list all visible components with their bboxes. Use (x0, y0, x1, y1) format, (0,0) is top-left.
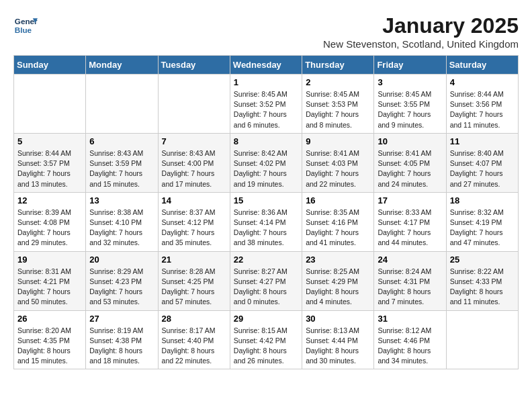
cell-info: Sunrise: 8:44 AMSunset: 3:56 PMDaylight:… (450, 89, 515, 130)
logo-icon: General Blue (13, 13, 38, 38)
day-number: 4 (450, 77, 515, 87)
cell-2-2: 6Sunrise: 8:43 AMSunset: 3:59 PMDaylight… (86, 133, 158, 192)
header-thursday: Thursday (302, 56, 374, 75)
logo: General Blue (13, 13, 38, 38)
header-friday: Friday (374, 56, 446, 75)
cell-5-4: 29Sunrise: 8:15 AMSunset: 4:42 PMDayligh… (230, 310, 302, 369)
cell-5-5: 30Sunrise: 8:13 AMSunset: 4:44 PMDayligh… (302, 310, 374, 369)
cell-info: Sunrise: 8:20 AMSunset: 4:35 PMDaylight:… (17, 326, 82, 367)
cell-info: Sunrise: 8:45 AMSunset: 3:55 PMDaylight:… (378, 89, 442, 130)
cell-4-6: 24Sunrise: 8:24 AMSunset: 4:31 PMDayligh… (374, 251, 446, 310)
cell-info: Sunrise: 8:39 AMSunset: 4:08 PMDaylight:… (17, 208, 82, 248)
week-row-1: 1Sunrise: 8:45 AMSunset: 3:52 PMDaylight… (14, 75, 519, 134)
day-number: 26 (17, 314, 82, 324)
day-number: 3 (378, 77, 442, 87)
cell-info: Sunrise: 8:31 AMSunset: 4:21 PMDaylight:… (17, 267, 82, 308)
cell-info: Sunrise: 8:43 AMSunset: 3:59 PMDaylight:… (89, 148, 154, 189)
cell-info: Sunrise: 8:44 AMSunset: 3:57 PMDaylight:… (17, 148, 82, 189)
cell-4-2: 20Sunrise: 8:29 AMSunset: 4:23 PMDayligh… (86, 251, 158, 310)
cell-2-4: 8Sunrise: 8:42 AMSunset: 4:02 PMDaylight… (230, 133, 302, 192)
week-row-5: 26Sunrise: 8:20 AMSunset: 4:35 PMDayligh… (14, 310, 519, 369)
day-number: 18 (450, 195, 515, 205)
week-row-3: 12Sunrise: 8:39 AMSunset: 4:08 PMDayligh… (14, 192, 519, 251)
cell-5-3: 28Sunrise: 8:17 AMSunset: 4:40 PMDayligh… (158, 310, 230, 369)
day-number: 15 (234, 195, 298, 205)
page-header: General Blue January 2025 New Stevenston… (13, 13, 519, 50)
cell-5-7 (446, 310, 518, 369)
header-sunday: Sunday (14, 56, 86, 75)
day-number: 7 (162, 136, 226, 146)
day-number: 23 (306, 255, 370, 265)
cell-info: Sunrise: 8:12 AMSunset: 4:46 PMDaylight:… (378, 326, 442, 367)
day-number: 28 (162, 314, 226, 324)
cell-2-1: 5Sunrise: 8:44 AMSunset: 3:57 PMDaylight… (14, 133, 86, 192)
day-number: 17 (378, 195, 442, 205)
cell-3-1: 12Sunrise: 8:39 AMSunset: 4:08 PMDayligh… (14, 192, 86, 251)
cell-2-3: 7Sunrise: 8:43 AMSunset: 4:00 PMDaylight… (158, 133, 230, 192)
month-title: January 2025 (323, 13, 519, 38)
cell-info: Sunrise: 8:19 AMSunset: 4:38 PMDaylight:… (89, 326, 154, 367)
week-row-2: 5Sunrise: 8:44 AMSunset: 3:57 PMDaylight… (14, 133, 519, 192)
cell-3-3: 14Sunrise: 8:37 AMSunset: 4:12 PMDayligh… (158, 192, 230, 251)
header-tuesday: Tuesday (158, 56, 230, 75)
cell-info: Sunrise: 8:40 AMSunset: 4:07 PMDaylight:… (450, 148, 515, 189)
cell-2-7: 11Sunrise: 8:40 AMSunset: 4:07 PMDayligh… (446, 133, 518, 192)
cell-1-6: 3Sunrise: 8:45 AMSunset: 3:55 PMDaylight… (374, 75, 446, 134)
cell-info: Sunrise: 8:41 AMSunset: 4:03 PMDaylight:… (306, 148, 370, 189)
cell-4-7: 25Sunrise: 8:22 AMSunset: 4:33 PMDayligh… (446, 251, 518, 310)
day-number: 10 (378, 136, 442, 146)
cell-4-1: 19Sunrise: 8:31 AMSunset: 4:21 PMDayligh… (14, 251, 86, 310)
header-monday: Monday (86, 56, 158, 75)
cell-info: Sunrise: 8:28 AMSunset: 4:25 PMDaylight:… (162, 267, 226, 308)
cell-info: Sunrise: 8:27 AMSunset: 4:27 PMDaylight:… (234, 267, 298, 308)
cell-1-5: 2Sunrise: 8:45 AMSunset: 3:53 PMDaylight… (302, 75, 374, 134)
day-number: 2 (306, 77, 370, 87)
cell-info: Sunrise: 8:22 AMSunset: 4:33 PMDaylight:… (450, 267, 515, 308)
cell-info: Sunrise: 8:24 AMSunset: 4:31 PMDaylight:… (378, 267, 442, 308)
header-saturday: Saturday (446, 56, 518, 75)
cell-1-7: 4Sunrise: 8:44 AMSunset: 3:56 PMDaylight… (446, 75, 518, 134)
cell-4-4: 22Sunrise: 8:27 AMSunset: 4:27 PMDayligh… (230, 251, 302, 310)
day-number: 27 (89, 314, 154, 324)
cell-info: Sunrise: 8:15 AMSunset: 4:42 PMDaylight:… (234, 326, 298, 367)
day-number: 20 (89, 255, 154, 265)
weekday-header-row: Sunday Monday Tuesday Wednesday Thursday… (14, 56, 519, 75)
cell-info: Sunrise: 8:38 AMSunset: 4:10 PMDaylight:… (89, 208, 154, 248)
cell-4-5: 23Sunrise: 8:25 AMSunset: 4:29 PMDayligh… (302, 251, 374, 310)
day-number: 6 (89, 136, 154, 146)
cell-info: Sunrise: 8:29 AMSunset: 4:23 PMDaylight:… (89, 267, 154, 308)
header-wednesday: Wednesday (230, 56, 302, 75)
cell-1-1 (14, 75, 86, 134)
cell-info: Sunrise: 8:42 AMSunset: 4:02 PMDaylight:… (234, 148, 298, 189)
cell-5-1: 26Sunrise: 8:20 AMSunset: 4:35 PMDayligh… (14, 310, 86, 369)
calendar-table: Sunday Monday Tuesday Wednesday Thursday… (13, 55, 519, 369)
day-number: 13 (89, 195, 154, 205)
day-number: 22 (234, 255, 298, 265)
day-number: 21 (162, 255, 226, 265)
week-row-4: 19Sunrise: 8:31 AMSunset: 4:21 PMDayligh… (14, 251, 519, 310)
day-number: 11 (450, 136, 515, 146)
day-number: 29 (234, 314, 298, 324)
cell-1-4: 1Sunrise: 8:45 AMSunset: 3:52 PMDaylight… (230, 75, 302, 134)
day-number: 25 (450, 255, 515, 265)
cell-4-3: 21Sunrise: 8:28 AMSunset: 4:25 PMDayligh… (158, 251, 230, 310)
day-number: 19 (17, 255, 82, 265)
cell-3-7: 18Sunrise: 8:32 AMSunset: 4:19 PMDayligh… (446, 192, 518, 251)
cell-info: Sunrise: 8:45 AMSunset: 3:53 PMDaylight:… (306, 89, 370, 130)
cell-2-5: 9Sunrise: 8:41 AMSunset: 4:03 PMDaylight… (302, 133, 374, 192)
day-number: 31 (378, 314, 442, 324)
cell-info: Sunrise: 8:41 AMSunset: 4:05 PMDaylight:… (378, 148, 442, 189)
day-number: 5 (17, 136, 82, 146)
title-block: January 2025 New Stevenston, Scotland, U… (323, 13, 519, 50)
cell-info: Sunrise: 8:36 AMSunset: 4:14 PMDaylight:… (234, 208, 298, 248)
location: New Stevenston, Scotland, United Kingdom (323, 38, 519, 50)
cell-info: Sunrise: 8:32 AMSunset: 4:19 PMDaylight:… (450, 208, 515, 248)
cell-info: Sunrise: 8:13 AMSunset: 4:44 PMDaylight:… (306, 326, 370, 367)
day-number: 30 (306, 314, 370, 324)
cell-5-2: 27Sunrise: 8:19 AMSunset: 4:38 PMDayligh… (86, 310, 158, 369)
cell-info: Sunrise: 8:37 AMSunset: 4:12 PMDaylight:… (162, 208, 226, 248)
svg-text:Blue: Blue (15, 26, 32, 34)
cell-5-6: 31Sunrise: 8:12 AMSunset: 4:46 PMDayligh… (374, 310, 446, 369)
cell-3-5: 16Sunrise: 8:35 AMSunset: 4:16 PMDayligh… (302, 192, 374, 251)
day-number: 14 (162, 195, 226, 205)
